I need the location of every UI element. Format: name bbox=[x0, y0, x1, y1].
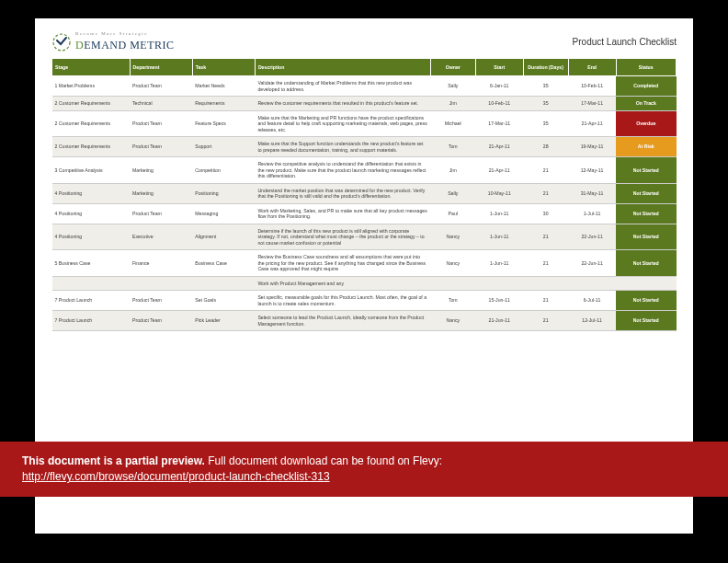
table-row: 4 PositioningExecutiveAlignmentDetermine… bbox=[52, 224, 677, 250]
logo-tagline: Become More Strategic bbox=[75, 31, 175, 36]
cell: Product Team bbox=[130, 311, 192, 331]
cell: Make sure that the Marketing and PR func… bbox=[255, 110, 430, 137]
cell: 22-Jun-11 bbox=[568, 224, 616, 250]
status-badge: Not Started bbox=[616, 203, 677, 224]
cell: Competition bbox=[192, 157, 255, 184]
status-badge: At Risk bbox=[616, 137, 677, 157]
column-header: Task bbox=[192, 59, 255, 76]
cell: 12-May-11 bbox=[568, 157, 616, 184]
status-badge: Not Started bbox=[616, 250, 677, 277]
cell: Sally bbox=[430, 183, 475, 203]
preview-banner: This document is a partial preview. Full… bbox=[0, 442, 728, 497]
cell: 30 bbox=[523, 203, 568, 224]
cell: Understand the market position that was … bbox=[255, 183, 430, 203]
cell: 7 Product Launch bbox=[52, 311, 131, 331]
status-badge: Not Started bbox=[616, 311, 677, 331]
cell: Select someone to lead the Product Launc… bbox=[255, 311, 430, 331]
cell: 21 bbox=[523, 311, 568, 331]
checklist-table: StageDepartmentTaskDescriptionOwnerStart… bbox=[51, 58, 677, 331]
cell: 3 Competitive Analysis bbox=[52, 157, 131, 184]
cell: 6-Jul-11 bbox=[568, 291, 616, 311]
column-header: Description bbox=[255, 59, 430, 76]
cell: 35 bbox=[523, 97, 568, 111]
cell: 6-Jan-11 bbox=[475, 76, 523, 97]
cell: 2 Customer Requirements bbox=[52, 97, 131, 111]
table-row: Work with Product Management and any bbox=[52, 276, 677, 291]
table-row: 7 Product LaunchProduct TeamSet GoalsSet… bbox=[52, 291, 677, 311]
cell: Jim bbox=[430, 157, 475, 184]
cell: Marketing bbox=[130, 183, 192, 203]
column-header: Status bbox=[616, 59, 677, 76]
table-row: 5 Business CaseFinanceBusiness CaseRevie… bbox=[52, 250, 677, 277]
table-row: 4 PositioningMarketingPositioningUnderst… bbox=[52, 183, 677, 203]
cell: Finance bbox=[130, 250, 192, 277]
cell: Product Team bbox=[130, 110, 192, 137]
page-title: Product Launch Checklist bbox=[573, 37, 677, 47]
cell: Positioning bbox=[192, 183, 255, 203]
cell: 35 bbox=[523, 76, 568, 97]
cell bbox=[52, 276, 131, 291]
cell: 21-Apr-11 bbox=[568, 110, 616, 137]
logo: Become More Strategic DEMAND METRIC bbox=[51, 31, 175, 52]
cell: Product Team bbox=[130, 203, 192, 224]
cell: Work with Marketing, Sales, and PR to ma… bbox=[255, 203, 430, 224]
table-row: 4 PositioningProduct TeamMessagingWork w… bbox=[52, 203, 677, 224]
status-badge: Not Started bbox=[616, 157, 677, 184]
cell: Paul bbox=[430, 203, 475, 224]
cell: Product Team bbox=[130, 76, 192, 97]
cell: Executive bbox=[130, 224, 192, 250]
status-badge: On Track bbox=[616, 97, 677, 111]
cell: 4 Positioning bbox=[52, 203, 131, 224]
cell: 19-May-11 bbox=[568, 137, 616, 157]
cell bbox=[475, 276, 523, 291]
status-badge bbox=[616, 276, 677, 291]
table-row: 1 Market ProblemsProduct TeamMarket Need… bbox=[52, 76, 677, 97]
cell bbox=[130, 276, 192, 291]
status-badge: Not Started bbox=[616, 224, 677, 250]
column-header: Duration (Days) bbox=[523, 59, 568, 76]
cell: 1-Jun-11 bbox=[475, 203, 523, 224]
cell: Alignment bbox=[192, 224, 255, 250]
cell: 7 Product Launch bbox=[52, 291, 131, 311]
cell: 5 Business Case bbox=[52, 250, 131, 277]
cell: Product Team bbox=[130, 137, 192, 157]
cell: Make sure that the Support function unde… bbox=[255, 137, 430, 157]
logo-text: Become More Strategic DEMAND METRIC bbox=[75, 31, 175, 52]
column-header: Stage bbox=[52, 59, 131, 76]
column-header: Start bbox=[475, 59, 523, 76]
cell: 1-Jun-11 bbox=[475, 250, 523, 277]
cell: 4 Positioning bbox=[52, 224, 131, 250]
table-row: 2 Customer RequirementsTechnicalRequirem… bbox=[52, 97, 677, 111]
cell: Sally bbox=[430, 76, 475, 97]
cell: Nancy bbox=[430, 311, 475, 331]
cell: Nancy bbox=[430, 224, 475, 250]
cell: Messaging bbox=[192, 203, 255, 224]
cell: Jim bbox=[430, 97, 475, 111]
cell: 12-Jul-11 bbox=[568, 311, 616, 331]
cell: Feature Specs bbox=[192, 110, 255, 137]
logo-brand: DEMAND METRIC bbox=[75, 39, 175, 52]
cell: Business Case bbox=[192, 250, 255, 277]
cell: 2 Customer Requirements bbox=[52, 137, 131, 157]
cell: Tom bbox=[430, 291, 475, 311]
cell: Support bbox=[192, 137, 255, 157]
cell: Determine if the launch of this new prod… bbox=[255, 224, 430, 250]
banner-text: Full document download can be found on F… bbox=[205, 454, 442, 467]
banner-link[interactable]: http://flevy.com/browse/document/product… bbox=[22, 470, 330, 483]
cell: 21-Jun-11 bbox=[475, 311, 523, 331]
table-row: 2 Customer RequirementsProduct TeamSuppo… bbox=[52, 137, 677, 157]
cell: Product Team bbox=[130, 291, 192, 311]
cell: 17-Mar-11 bbox=[475, 110, 523, 137]
cell bbox=[523, 276, 568, 291]
cell: Review the competitive analysis to under… bbox=[255, 157, 430, 184]
cell: 21 bbox=[523, 250, 568, 277]
logo-icon bbox=[51, 32, 72, 52]
cell: 21-Apr-11 bbox=[475, 157, 523, 184]
status-badge: Completed bbox=[616, 76, 677, 97]
cell: 10-Feb-11 bbox=[568, 76, 616, 97]
cell: 21 bbox=[523, 291, 568, 311]
cell: Tom bbox=[430, 137, 475, 157]
status-badge: Not Started bbox=[616, 183, 677, 203]
cell: 1 Market Problems bbox=[52, 76, 131, 97]
cell: 1-Jun-11 bbox=[475, 224, 523, 250]
